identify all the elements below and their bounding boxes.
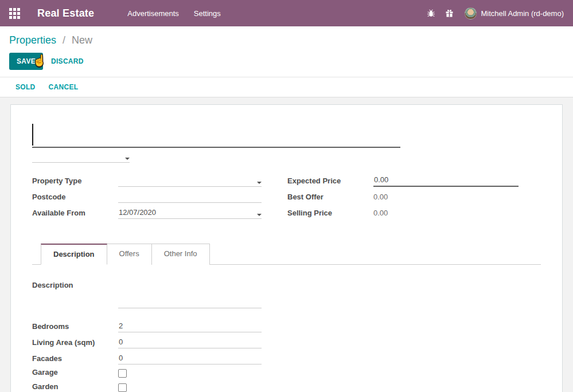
field-living-area: Living Area (sqm) [32,336,262,348]
garden-checkbox[interactable] [118,383,127,392]
field-garden: Garden [32,382,262,392]
field-property-type: Property Type [32,174,262,187]
apps-menu-icon[interactable] [9,8,20,19]
chevron-down-icon [257,182,262,184]
breadcrumb-properties[interactable]: Properties [9,34,56,46]
breadcrumb: Properties / New [0,26,573,46]
breadcrumb-current: New [72,34,92,46]
available-from-input[interactable] [118,208,257,218]
tab-other-info[interactable]: Other Info [152,244,210,265]
available-from-label: Available From [32,209,118,219]
property-type-input[interactable] [118,176,257,186]
form-sheet: Property Type Postcode Available From [10,104,563,392]
selling-price-value: 0.00 [373,209,388,219]
living-area-label: Living Area (sqm) [32,338,118,348]
field-description: Description [32,280,262,313]
bedrooms-label: Bedrooms [32,322,118,332]
facades-label: Facades [32,354,118,364]
best-offer-label: Best Offer [287,193,373,203]
bug-icon[interactable] [427,9,435,18]
expected-price-input[interactable] [373,175,519,186]
garage-label: Garage [32,368,118,378]
chevron-down-icon [257,214,262,216]
field-postcode: Postcode [32,190,262,203]
postcode-label: Postcode [32,193,118,203]
cancel-button[interactable]: CANCEL [49,83,79,91]
bedrooms-input[interactable] [118,322,262,332]
property-name-input[interactable] [32,121,400,148]
tab-bar: Description Offers Other Info [32,244,541,265]
sold-button[interactable]: SOLD [15,83,36,91]
field-garage: Garage [32,368,262,378]
main-menu: Advertisements Settings [127,9,221,18]
app-title[interactable]: Real Estate [37,7,94,19]
property-type-label: Property Type [32,177,118,187]
form-statusbar: SOLD CANCEL [0,77,573,97]
user-avatar[interactable] [465,7,477,19]
menu-settings[interactable]: Settings [194,9,221,18]
tab-description[interactable]: Description [41,244,107,265]
save-button[interactable]: SAVE [9,53,43,70]
tags-input[interactable] [32,153,130,163]
breadcrumb-separator: / [63,34,65,46]
main-content: Property Type Postcode Available From [0,97,573,392]
field-facades: Facades [32,352,262,364]
menu-advertisements[interactable]: Advertisements [127,9,179,18]
expected-price-label: Expected Price [287,177,373,187]
field-available-from: Available From [32,206,262,219]
tab-content-description: Description Bedrooms Living Area (sqm) [32,265,541,392]
control-panel: Properties / New SAVE DISCARD ☝ [0,26,573,77]
garage-checkbox[interactable] [118,369,127,378]
gift-icon[interactable] [445,9,454,18]
best-offer-value: 0.00 [373,193,388,203]
text-cursor [32,124,33,146]
field-expected-price: Expected Price [287,174,519,187]
living-area-input[interactable] [118,338,262,348]
postcode-input[interactable] [118,192,262,202]
chevron-down-icon [125,158,130,160]
field-bedrooms: Bedrooms [32,320,262,332]
tab-offers[interactable]: Offers [107,244,152,265]
discard-button[interactable]: DISCARD [51,57,84,65]
facades-input[interactable] [118,354,262,364]
selling-price-label: Selling Price [287,209,373,219]
top-navbar: Real Estate Advertisements Settings [0,0,573,26]
field-selling-price: Selling Price 0.00 [287,206,519,219]
garden-label: Garden [32,382,118,392]
field-best-offer: Best Offer 0.00 [287,190,519,203]
description-textarea[interactable] [118,280,262,308]
description-label: Description [32,280,118,291]
notebook: Description Offers Other Info Descriptio… [32,244,541,392]
available-from-datepicker[interactable] [118,206,262,219]
property-type-select[interactable] [118,174,262,187]
user-menu[interactable]: Mitchell Admin (rd-demo) [481,9,564,18]
